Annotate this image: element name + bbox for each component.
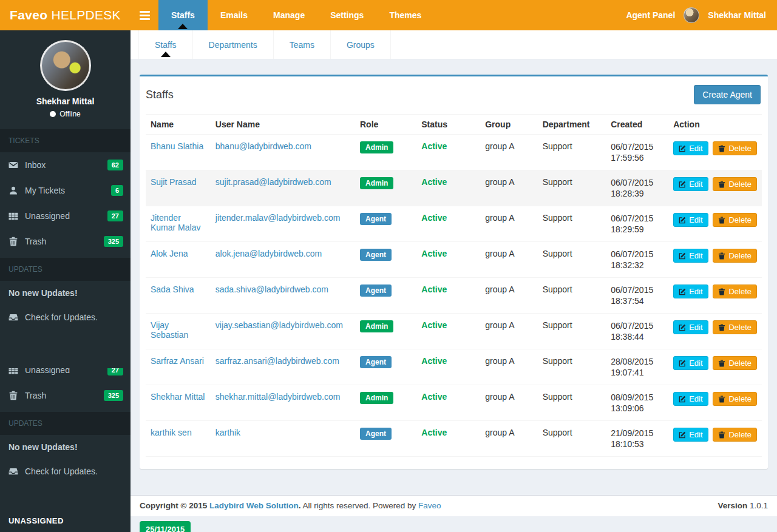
delete-label: Delete xyxy=(728,144,752,153)
staffs-table: NameUser NameRoleStatusGroupDepartmentCr… xyxy=(146,114,762,457)
faveo-helpdesk-app: Faveo HELPDESK StaffsEmailsManageSetting… xyxy=(0,0,777,532)
company-link[interactable]: Ladybird Web Solution xyxy=(209,501,299,510)
navbar-user-name-link[interactable]: Shekhar Mittal xyxy=(708,10,766,20)
subnav-tab-staffs[interactable]: Staffs xyxy=(138,30,193,59)
top-nav-tab-emails[interactable]: Emails xyxy=(208,0,260,30)
copyright-text: Copyright © 2015 Ladybird Web Solution. … xyxy=(140,501,441,510)
sidebar-item-label: Check for Updates. xyxy=(25,466,98,476)
role-badge: Agent xyxy=(360,249,392,261)
edit-button[interactable]: Edit xyxy=(673,177,708,191)
table-row: Shekhar Mittal shekhar.mittal@ladybirdwe… xyxy=(146,385,762,421)
staff-username-link[interactable]: bhanu@ladybirdweb.com xyxy=(215,141,311,151)
delete-button[interactable]: Delete xyxy=(713,428,757,442)
top-nav-tab-staffs[interactable]: Staffs xyxy=(158,0,208,30)
top-nav-tab-manage[interactable]: Manage xyxy=(260,0,317,30)
top-nav-tabs: StaffsEmailsManageSettingsThemes xyxy=(158,0,434,30)
staff-name-link[interactable]: Shekhar Mittal xyxy=(151,392,205,402)
app-logo[interactable]: Faveo HELPDESK xyxy=(0,0,131,30)
staff-name-link[interactable]: Sarfraz Ansari xyxy=(151,356,204,366)
role-badge: Admin xyxy=(360,320,393,332)
staff-name-link[interactable]: Alok Jena xyxy=(151,249,188,258)
product-link[interactable]: Faveo xyxy=(418,501,441,510)
delete-label: Delete xyxy=(728,359,752,368)
sidebar-item-check-for-updates[interactable]: Check for Updates. xyxy=(0,305,131,329)
subnav-tab-departments[interactable]: Departments xyxy=(193,30,274,59)
delete-button[interactable]: Delete xyxy=(713,177,757,191)
top-nav-tab-themes[interactable]: Themes xyxy=(376,0,434,30)
top-navbar: Faveo HELPDESK StaffsEmailsManageSetting… xyxy=(0,0,777,30)
created-date: 06/07/2015 xyxy=(611,213,653,224)
sidebar-item-trash[interactable]: Trash 325 xyxy=(0,383,131,408)
hamburger-menu-icon[interactable] xyxy=(131,0,158,30)
sidebar-item-unassigned[interactable]: Unassigned 27 xyxy=(0,203,131,229)
navbar-main: StaffsEmailsManageSettingsThemes Agent P… xyxy=(131,0,777,30)
edit-label: Edit xyxy=(689,359,702,368)
create-agent-button[interactable]: Create Agent xyxy=(694,85,761,104)
trash-icon xyxy=(8,391,19,400)
status-text: Active xyxy=(421,141,447,151)
status-text: Active xyxy=(421,285,447,294)
delete-button[interactable]: Delete xyxy=(713,285,757,298)
delete-button[interactable]: Delete xyxy=(713,356,757,370)
column-header-created: Created xyxy=(606,115,668,135)
staff-username-link[interactable]: shekhar.mittal@ladybirdweb.com xyxy=(215,392,341,402)
navbar-user-avatar[interactable] xyxy=(684,7,699,23)
edit-button[interactable]: Edit xyxy=(673,356,708,370)
count-badge: 325 xyxy=(104,390,123,401)
edit-button[interactable]: Edit xyxy=(673,285,708,298)
sidebar-user-status[interactable]: Offline xyxy=(6,110,124,118)
delete-button[interactable]: Delete xyxy=(713,213,757,227)
created-time: 18:28:39 xyxy=(611,188,644,199)
edit-button[interactable]: Edit xyxy=(673,141,708,155)
pencil-icon xyxy=(679,217,686,224)
pencil-icon xyxy=(679,396,686,403)
edit-button[interactable]: Edit xyxy=(673,249,708,263)
group-text: group A xyxy=(485,320,514,330)
delete-button[interactable]: Delete xyxy=(713,320,757,334)
sidebar-item-trash[interactable]: Trash 325 xyxy=(0,229,131,254)
staff-name-link[interactable]: Jitender Kumar Malav xyxy=(151,213,200,232)
main-area: StaffsDepartmentsTeamsGroups Staffs Crea… xyxy=(131,30,777,532)
created-time: 17:59:56 xyxy=(611,152,644,163)
edit-label: Edit xyxy=(689,180,702,189)
status-text: Active xyxy=(421,356,447,366)
agent-panel-link[interactable]: Agent Panel xyxy=(626,10,675,20)
department-text: Support xyxy=(543,356,572,366)
edit-button[interactable]: Edit xyxy=(673,428,708,442)
staff-username-link[interactable]: alok.jena@ladybirdweb.com xyxy=(215,249,322,258)
sidebar-item-label: Check for Updates. xyxy=(25,312,98,322)
column-header-name: Name xyxy=(146,115,211,135)
edit-button[interactable]: Edit xyxy=(673,320,708,334)
sidebar-item-unassigned[interactable]: Unassigned 27 xyxy=(0,357,131,383)
pencil-icon xyxy=(679,288,686,295)
top-nav-tab-settings[interactable]: Settings xyxy=(317,0,376,30)
staff-username-link[interactable]: sujit.prasad@ladybirdweb.com xyxy=(215,177,331,187)
timeline: 25/11/2015 xyxy=(131,516,777,532)
staff-username-link[interactable]: jitender.malav@ladybirdweb.com xyxy=(215,213,341,223)
delete-button[interactable]: Delete xyxy=(713,392,757,406)
sidebar-item-check-for-updates[interactable]: Check for Updates. xyxy=(0,459,131,483)
staff-name-link[interactable]: Sujit Prasad xyxy=(151,177,196,187)
edit-button[interactable]: Edit xyxy=(673,392,708,406)
subnav-tab-groups[interactable]: Groups xyxy=(331,30,391,59)
delete-button[interactable]: Delete xyxy=(713,141,757,155)
column-header-user-name: User Name xyxy=(211,115,355,135)
timeline-date-badge: 25/11/2015 xyxy=(140,521,191,532)
sidebar-item-inbox[interactable]: Inbox 62 xyxy=(0,152,131,178)
staff-name-link[interactable]: karthik sen xyxy=(151,428,192,437)
staff-username-link[interactable]: sarfraz.ansari@ladybirdweb.com xyxy=(215,356,339,366)
staff-username-link[interactable]: vijay.sebastian@ladybirdweb.com xyxy=(215,320,343,330)
staff-username-link[interactable]: sada.shiva@ladybirdweb.com xyxy=(215,285,328,294)
staff-name-link[interactable]: Vijay Sebastian xyxy=(151,320,188,340)
delete-button[interactable]: Delete xyxy=(713,249,757,263)
role-badge: Agent xyxy=(360,428,392,440)
department-text: Support xyxy=(543,392,572,402)
role-badge: Agent xyxy=(360,356,392,368)
edit-button[interactable]: Edit xyxy=(673,213,708,227)
subnav-tab-teams[interactable]: Teams xyxy=(274,30,331,59)
sidebar-item-my-tickets[interactable]: My Tickets 6 xyxy=(0,178,131,203)
staff-name-link[interactable]: Bhanu Slathia xyxy=(151,141,203,151)
staff-username-link[interactable]: karthik xyxy=(215,428,240,437)
sidebar-unassigned-header: UNASSIGNED xyxy=(8,516,64,525)
staff-name-link[interactable]: Sada Shiva xyxy=(151,285,194,294)
